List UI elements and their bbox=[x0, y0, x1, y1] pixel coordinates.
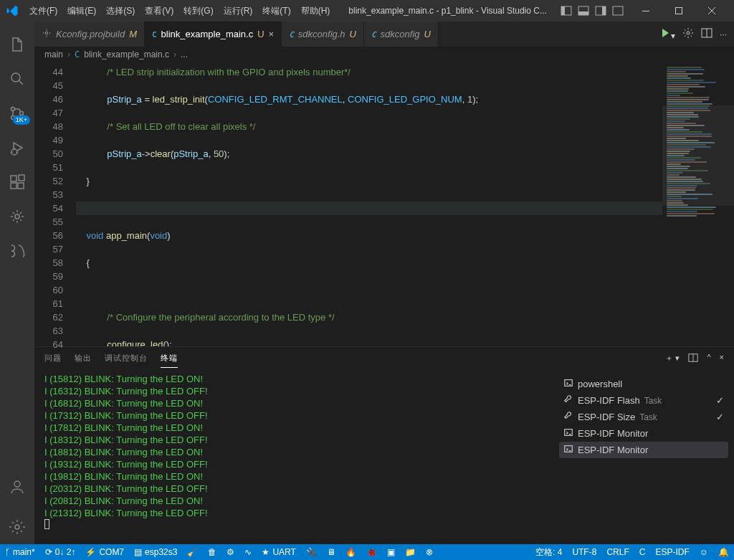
statusbar-item[interactable]: ☺ bbox=[695, 544, 713, 560]
minimize-button[interactable] bbox=[629, 1, 662, 21]
statusbar-item[interactable]: ∿ bbox=[239, 544, 257, 560]
menu-选择(S)[interactable]: 选择(S) bbox=[101, 2, 140, 20]
code-line[interactable] bbox=[76, 283, 662, 297]
source-control-activity[interactable]: 1K+ bbox=[0, 96, 34, 130]
menu-编辑(E)[interactable]: 编辑(E) bbox=[62, 2, 101, 20]
menu-转到(G)[interactable]: 转到(G) bbox=[178, 2, 218, 20]
svg-point-22 bbox=[687, 32, 690, 34]
code-line[interactable]: pStrip_a = led_strip_init(CONFIG_LED_RMT… bbox=[76, 92, 662, 106]
statusbar-item[interactable]: 🔔 bbox=[713, 544, 734, 560]
code-line[interactable]: /* Configure the peripheral according to… bbox=[76, 310, 662, 324]
minimap[interactable] bbox=[662, 62, 734, 346]
layout-customize-icon[interactable] bbox=[612, 5, 624, 16]
editor-tab[interactable]: Kconfig.projbuildM bbox=[34, 22, 145, 47]
code-line[interactable]: { bbox=[76, 256, 662, 270]
menu-终端(T)[interactable]: 终端(T) bbox=[257, 2, 295, 20]
statusbar-item[interactable]: ▣ bbox=[382, 544, 400, 560]
split-editor-icon[interactable] bbox=[701, 27, 712, 41]
statusbar-item[interactable]: ᚶmain* bbox=[0, 544, 40, 560]
code-line[interactable]: /* LED strip initialization with the GPI… bbox=[76, 65, 662, 79]
settings-gear-icon[interactable] bbox=[682, 27, 694, 41]
layout-panel-left-icon[interactable] bbox=[561, 5, 572, 16]
explorer-activity[interactable] bbox=[0, 27, 34, 62]
espressif-activity[interactable] bbox=[0, 199, 34, 234]
statusbar-item[interactable]: 空格: 4 bbox=[530, 544, 567, 560]
panel-tab[interactable]: 输出 bbox=[75, 349, 92, 368]
layout-panel-right-icon[interactable] bbox=[595, 5, 606, 16]
menu-文件(F)[interactable]: 文件(F) bbox=[24, 2, 62, 20]
maximize-panel-icon[interactable]: ^ bbox=[707, 353, 710, 364]
statusbar-item[interactable]: ⊗ bbox=[421, 544, 438, 560]
terminal-item[interactable]: ESP-IDF Monitor bbox=[559, 425, 728, 442]
terminal-item[interactable]: ESP-IDF Flash Task✓ bbox=[559, 392, 728, 409]
terminal-item[interactable]: powershell bbox=[559, 376, 728, 392]
titlebar: 文件(F)编辑(E)选择(S)查看(V)转到(G)运行(R)终端(T)帮助(H)… bbox=[0, 0, 734, 22]
statusbar-item[interactable]: 🔌 bbox=[301, 544, 322, 560]
statusbar-item[interactable]: 📁 bbox=[400, 544, 421, 560]
menu-帮助(H)[interactable]: 帮助(H) bbox=[296, 2, 335, 20]
plug2-icon: 🔌 bbox=[306, 547, 317, 557]
terminal-output[interactable]: I (15812) BLINK: Turning the LED ON!I (1… bbox=[34, 370, 553, 544]
maximize-button[interactable] bbox=[662, 1, 695, 21]
statusbar-item[interactable]: ⚡COM7 bbox=[80, 544, 129, 560]
editor-tab[interactable]: CsdkconfigU bbox=[364, 22, 439, 47]
terminal-line: I (18812) BLINK: Turning the LED ON! bbox=[44, 446, 543, 458]
statusbar-item[interactable]: 🧹 bbox=[182, 544, 203, 560]
statusbar-item[interactable]: 🗑 bbox=[203, 544, 221, 560]
svg-point-21 bbox=[45, 32, 48, 34]
close-panel-icon[interactable]: × bbox=[720, 353, 724, 364]
code-line[interactable]: configure_led(); bbox=[76, 338, 662, 346]
extensions-activity[interactable] bbox=[0, 165, 34, 199]
panel-tab[interactable]: 问题 bbox=[44, 349, 62, 368]
statusbar-item[interactable]: ⚙ bbox=[221, 544, 239, 560]
svg-point-13 bbox=[11, 149, 17, 155]
breadcrumb-root[interactable]: main bbox=[44, 49, 63, 60]
editor-actions: ▾ ··· bbox=[652, 22, 734, 47]
terminal-line: I (17312) BLINK: Turning the LED OFF! bbox=[44, 409, 543, 422]
terminal-item[interactable]: ESP-IDF Size Task✓ bbox=[559, 409, 728, 425]
statusbar-item[interactable]: C bbox=[634, 544, 651, 560]
breadcrumb-rest[interactable]: ... bbox=[181, 49, 188, 60]
statusbar-item[interactable]: ⟳0↓ 2↑ bbox=[40, 544, 81, 560]
statusbar-item[interactable]: 🔥 bbox=[340, 544, 361, 560]
statusbar-item[interactable]: ESP-IDF bbox=[650, 544, 694, 560]
accounts-activity[interactable] bbox=[0, 470, 34, 504]
close-window-button[interactable] bbox=[695, 1, 728, 21]
code-line[interactable]: } bbox=[76, 174, 662, 188]
statusbar-item[interactable]: 🐞 bbox=[361, 544, 382, 560]
breadcrumb[interactable]: main › C blink_example_main.c › ... bbox=[34, 47, 734, 62]
settings-activity[interactable] bbox=[0, 510, 34, 544]
editor-tab[interactable]: Cblink_example_main.cU× bbox=[145, 22, 282, 47]
run-debug-activity[interactable] bbox=[0, 130, 34, 165]
code-line[interactable]: void app_main(void) bbox=[76, 229, 662, 242]
panel-tab[interactable]: 终端 bbox=[161, 349, 178, 368]
editor-tab[interactable]: Csdkconfig.hU bbox=[282, 22, 364, 47]
terminal-item[interactable]: ESP-IDF Monitor bbox=[559, 442, 728, 458]
cmake-activity[interactable] bbox=[0, 234, 34, 268]
more-actions-icon[interactable]: ··· bbox=[720, 29, 727, 39]
terminal-cursor bbox=[44, 519, 49, 529]
statusbar-item[interactable]: UTF-8 bbox=[567, 544, 601, 560]
code-line[interactable]: pStrip_a->clear(pStrip_a, 50); bbox=[76, 147, 662, 161]
menu-查看(V)[interactable]: 查看(V) bbox=[140, 2, 178, 20]
menu-运行(R)[interactable]: 运行(R) bbox=[219, 2, 258, 20]
search-activity[interactable] bbox=[0, 62, 34, 96]
panel-tab[interactable]: 调试控制台 bbox=[105, 349, 148, 368]
code-editor[interactable]: 4445464748495051525354555657585960616263… bbox=[34, 62, 734, 346]
split-terminal-icon[interactable] bbox=[688, 353, 698, 364]
run-play-icon[interactable]: ▾ bbox=[659, 27, 675, 41]
svg-rect-1 bbox=[561, 6, 565, 15]
code-line[interactable] bbox=[76, 201, 662, 215]
close-tab-icon[interactable]: × bbox=[269, 29, 275, 39]
statusbar-item[interactable]: 🖥 bbox=[322, 544, 340, 560]
code-line[interactable]: /* Set all LED off to clear all pixels *… bbox=[76, 120, 662, 133]
breadcrumb-file[interactable]: blink_example_main.c bbox=[84, 49, 169, 60]
new-terminal-icon[interactable]: ＋ ▾ bbox=[665, 353, 680, 364]
statusbar-item[interactable]: ★UART bbox=[257, 544, 300, 560]
statusbar-item[interactable]: ▤esp32s3 bbox=[129, 544, 182, 560]
code-content[interactable]: /* LED strip initialization with the GPI… bbox=[76, 62, 662, 346]
tv-icon: 🖥 bbox=[327, 547, 335, 557]
minimap-thumb[interactable] bbox=[662, 105, 734, 206]
statusbar-item[interactable]: CRLF bbox=[601, 544, 634, 560]
layout-panel-bottom-icon[interactable] bbox=[578, 5, 589, 16]
